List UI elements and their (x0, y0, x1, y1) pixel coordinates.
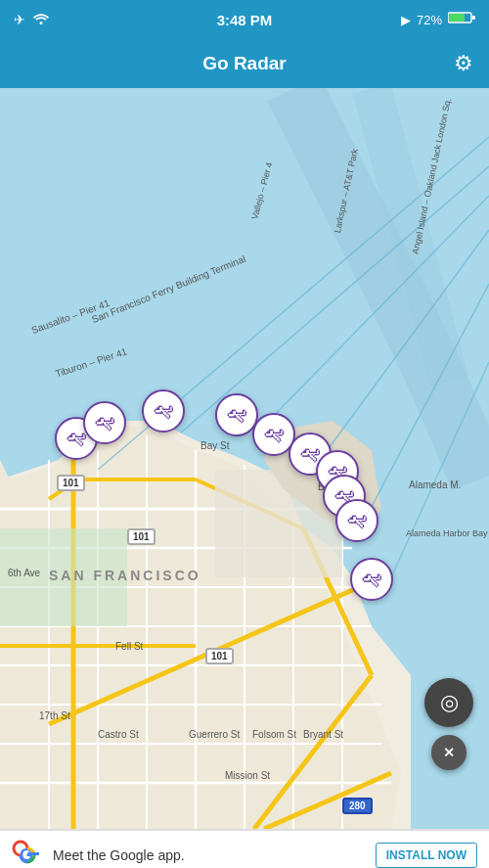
plane-marker-10[interactable]: 🛩 (350, 558, 393, 601)
highway-101-c: 101 (205, 648, 234, 664)
ad-banner: G Meet the Google app. INSTALL NOW (0, 830, 489, 868)
label-castro-st: Castro St (98, 729, 139, 740)
label-6th-ave: 6th Ave (8, 568, 40, 578)
status-bar: ✈ 3:48 PM ▶ 72% (0, 0, 489, 39)
plane-icon-9: 🛩 (346, 508, 368, 533)
bottom-controls: ◎ ✕ (424, 678, 473, 770)
label-alameda: Alameda M. (409, 480, 461, 490)
svg-point-0 (40, 22, 43, 24)
svg-rect-42 (27, 852, 39, 855)
battery-icon (448, 11, 475, 28)
plane-icon-5: 🛩 (263, 422, 285, 447)
city-label: SAN FRANCISCO (49, 568, 201, 583)
location-icon: ▶ (401, 13, 411, 27)
radar-icon: ◎ (440, 690, 459, 715)
radar-button[interactable]: ◎ (424, 678, 473, 727)
app-title: Go Radar (202, 53, 287, 74)
label-guerrero-st: Guerrero St (189, 729, 240, 740)
ad-text: Meet the Google app. (53, 847, 376, 863)
label-folsom-st: Folsom St (252, 729, 296, 740)
label-bay-st: Bay St (200, 440, 229, 451)
close-button[interactable]: ✕ (431, 735, 467, 770)
status-right: ▶ 72% (401, 11, 475, 28)
install-now-button[interactable]: INSTALL NOW (376, 843, 477, 868)
plane-marker-3[interactable]: 🛩 (142, 389, 185, 433)
close-icon: ✕ (443, 745, 455, 760)
label-bryant-st: Bryant St (303, 729, 343, 740)
plane-icon-2: 🛩 (94, 410, 115, 435)
battery-percent: 72% (417, 13, 442, 27)
plane-marker-9[interactable]: 🛩 (335, 499, 378, 542)
status-left: ✈ (14, 12, 49, 27)
plane-icon-10: 🛩 (361, 567, 382, 592)
label-mission-st: Mission St (225, 770, 270, 781)
map-container[interactable]: Sausalito – Pier 41 Tiburon – Pier 41 Sa… (0, 88, 489, 829)
nav-bar: Go Radar ⚙ (0, 39, 489, 88)
plane-marker-2[interactable]: 🛩 (83, 401, 126, 444)
label-alameda-harbor: Alameda Harbor Bay (406, 528, 488, 538)
plane-icon-3: 🛩 (153, 398, 174, 424)
highway-280: 280 (342, 798, 373, 814)
label-fell-st: Fell St (115, 641, 143, 652)
svg-rect-2 (449, 14, 465, 22)
svg-rect-3 (472, 16, 475, 20)
label-17th-st: 17th St (39, 710, 70, 721)
airplane-icon: ✈ (14, 12, 25, 27)
google-logo: G (12, 840, 43, 869)
plane-icon-4: 🛩 (226, 402, 247, 428)
status-time: 3:48 PM (217, 12, 273, 28)
ad-container: G Meet the Google app. INSTALL NOW Ad (0, 829, 489, 868)
wifi-icon (33, 13, 49, 27)
settings-button[interactable]: ⚙ (454, 51, 473, 76)
highway-101-a: 101 (57, 475, 85, 491)
highway-101-b: 101 (127, 528, 156, 545)
